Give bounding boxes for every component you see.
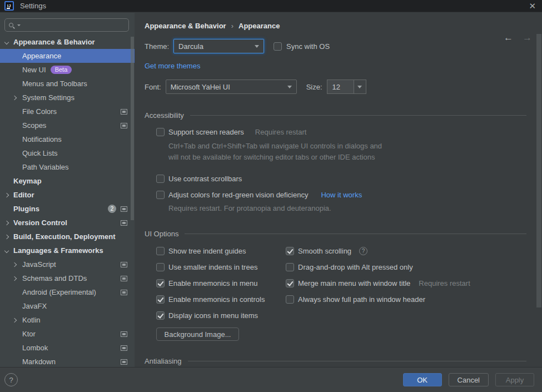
sidebar-item-notifications[interactable]: Notifications (0, 132, 135, 146)
beta-badge: Beta (51, 66, 72, 74)
plugins-count-badge: 2 (108, 205, 116, 213)
section-divider (190, 115, 526, 116)
merge-main-menu-checkbox[interactable] (286, 279, 294, 287)
chevron-right-icon[interactable] (12, 95, 17, 100)
font-size-dropdown-button[interactable] (354, 80, 366, 94)
sidebar-item-path-variables[interactable]: Path Variables (0, 160, 135, 174)
smooth-scrolling-option[interactable]: Smooth scrolling ? (286, 246, 542, 255)
drag-drop-alt-checkbox[interactable] (286, 263, 294, 271)
chevron-right-icon[interactable] (4, 220, 9, 225)
sidebar-item-keymap[interactable]: Keymap (0, 174, 135, 188)
sync-with-os-option[interactable]: Sync with OS (274, 42, 330, 51)
merge-main-menu-option[interactable]: Merge main menu with window title Requir… (286, 279, 542, 287)
mnemonics-menu-checkbox[interactable] (156, 279, 165, 287)
apply-button: Apply (495, 373, 534, 386)
accessibility-section-header: Accessibility (145, 111, 542, 120)
smaller-indents-option[interactable]: Use smaller indents in trees (156, 262, 286, 271)
antialiasing-title: Antialiasing (145, 357, 182, 365)
contrast-scrollbars-option[interactable]: Use contrast scrollbars (156, 175, 542, 183)
settings-dialog: IJ Settings ✕ Appearance & Behavior Appe… (0, 0, 542, 392)
sidebar-item-version-control[interactable]: Version Control (0, 216, 135, 230)
drag-drop-alt-option[interactable]: Drag-and-drop with Alt pressed only (286, 262, 542, 271)
chevron-down-icon[interactable] (4, 248, 9, 252)
font-size-input[interactable]: 12 (327, 80, 354, 94)
font-select[interactable]: Microsoft YaHei UI (166, 80, 297, 94)
breadcrumb-separator: › (231, 22, 233, 30)
sidebar-item-android-experimental[interactable]: Android (Experimental) (0, 285, 135, 299)
mnemonics-controls-option[interactable]: Enable mnemonics in controls (156, 295, 286, 304)
chevron-right-icon[interactable] (12, 262, 17, 266)
dropdown-arrow-icon (255, 45, 259, 50)
sidebar-item-languages-frameworks[interactable]: Languages & Frameworks (0, 244, 135, 257)
chevron-down-icon[interactable] (4, 39, 9, 44)
sidebar-item-appearance-behavior[interactable]: Appearance & Behavior (0, 35, 135, 49)
settings-search-box[interactable] (4, 18, 129, 32)
sidebar-item-scopes[interactable]: Scopes (0, 118, 135, 132)
modified-settings-icon (121, 290, 127, 295)
footer-buttons: OK Cancel Apply (403, 373, 534, 386)
chevron-right-icon[interactable] (12, 276, 17, 280)
sidebar-item-javafx[interactable]: JavaFX (0, 299, 135, 313)
display-icons-menu-checkbox[interactable] (156, 311, 165, 320)
sidebar-item-file-colors[interactable]: File Colors (0, 105, 135, 118)
sidebar-item-javascript[interactable]: JavaScript (0, 257, 135, 271)
ok-button[interactable]: OK (403, 373, 442, 386)
ui-options-grid: Show tree indent guides Use smaller inde… (145, 246, 542, 327)
full-path-header-checkbox[interactable] (286, 295, 294, 304)
sidebar-item-lombok[interactable]: Lombok (0, 341, 135, 355)
show-tree-indent-guides-option[interactable]: Show tree indent guides (156, 246, 286, 255)
sidebar-item-schemas-dtds[interactable]: Schemas and DTDs (0, 271, 135, 285)
theme-label: Theme: (145, 42, 169, 51)
smaller-indents-checkbox[interactable] (156, 263, 165, 271)
sidebar-item-kotlin[interactable]: Kotlin (0, 313, 135, 327)
contrast-scrollbars-checkbox[interactable] (156, 175, 165, 183)
get-more-themes-link[interactable]: Get more themes (145, 62, 200, 70)
sidebar-item-markdown[interactable]: Markdown (0, 355, 135, 367)
mnemonics-menu-option[interactable]: Enable mnemonics in menu (156, 279, 286, 287)
sidebar-item-ktor[interactable]: Ktor (0, 327, 135, 341)
cancel-button[interactable]: Cancel (449, 373, 489, 386)
chevron-right-icon[interactable] (4, 234, 9, 239)
help-button[interactable]: ? (4, 373, 18, 386)
chevron-right-icon[interactable] (4, 192, 9, 197)
support-screen-readers-checkbox[interactable] (156, 128, 165, 136)
sidebar-item-system-settings[interactable]: System Settings (0, 91, 135, 105)
sidebar-item-build-execution-deployment[interactable]: Build, Execution, Deployment (0, 230, 135, 244)
close-icon[interactable]: ✕ (529, 2, 536, 10)
sidebar-item-editor[interactable]: Editor (0, 188, 135, 202)
sidebar-item-plugins[interactable]: Plugins 2 (0, 202, 135, 216)
section-divider (188, 361, 527, 361)
chevron-right-icon[interactable] (12, 317, 17, 322)
modified-settings-icon (121, 123, 127, 128)
sidebar-item-new-ui[interactable]: New UI Beta (0, 63, 135, 77)
support-screen-readers-option[interactable]: Support screen readers Requires restart (156, 128, 542, 136)
red-green-option[interactable]: Adjust colors for red-green vision defic… (156, 191, 542, 199)
show-tree-indent-guides-checkbox[interactable] (156, 247, 165, 255)
theme-select[interactable]: Darcula (173, 39, 264, 53)
size-label: Size: (306, 83, 322, 91)
sidebar-item-quick-lists[interactable]: Quick Lists (0, 146, 135, 160)
font-row: Font: Microsoft YaHei UI Size: 12 (145, 80, 542, 94)
sync-with-os-checkbox[interactable] (274, 42, 282, 51)
content-scrollbar[interactable] (536, 34, 541, 307)
sidebar-scrollbar[interactable] (131, 37, 134, 220)
sync-with-os-label: Sync with OS (286, 42, 330, 51)
back-arrow-icon[interactable]: ← (504, 33, 513, 42)
modified-settings-icon (121, 109, 127, 115)
modified-settings-icon (121, 276, 127, 281)
how-it-works-link[interactable]: How it works (321, 191, 362, 199)
sidebar-item-appearance[interactable]: Appearance (0, 49, 135, 63)
question-mark-icon: ? (9, 376, 13, 384)
forward-arrow-icon: → (523, 33, 532, 42)
smooth-scrolling-checkbox[interactable] (286, 247, 294, 255)
mnemonics-controls-checkbox[interactable] (156, 295, 165, 304)
theme-select-value: Darcula (178, 42, 203, 51)
search-input[interactable] (21, 21, 128, 29)
help-circle-icon[interactable]: ? (359, 247, 367, 255)
red-green-checkbox[interactable] (156, 191, 165, 199)
requires-restart-note: Requires restart (255, 128, 306, 136)
display-icons-menu-option[interactable]: Display icons in menu items (156, 311, 286, 320)
full-path-header-option[interactable]: Always show full path in window header (286, 295, 542, 304)
sidebar-item-menus-toolbars[interactable]: Menus and Toolbars (0, 77, 135, 91)
background-image-button[interactable]: Background Image... (156, 328, 239, 341)
